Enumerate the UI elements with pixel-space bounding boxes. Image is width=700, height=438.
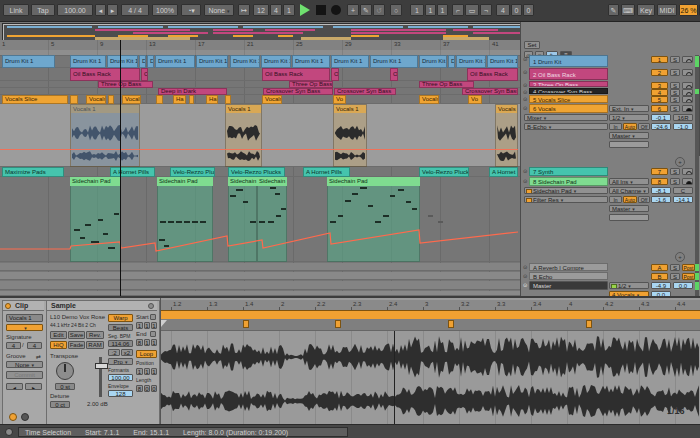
reenable-automation-button[interactable]: ↺: [373, 4, 385, 16]
monitor-in-button[interactable]: In: [609, 123, 622, 130]
device-chooser[interactable]: Sidechain Pad: [524, 187, 608, 194]
clip[interactable]: [108, 95, 114, 104]
quantize-amount-field[interactable]: 100%: [152, 4, 178, 16]
end-units[interactable]: 1: [151, 339, 157, 346]
monitor-off-button[interactable]: Off: [638, 196, 650, 203]
return-solo-button[interactable]: S: [670, 264, 680, 271]
track-unfold-icon[interactable]: ⊙: [523, 56, 527, 62]
volume-field[interactable]: -8.1: [651, 187, 671, 194]
track-unfold-icon[interactable]: ⊙: [523, 69, 527, 75]
length-beats[interactable]: 0: [144, 385, 150, 392]
return-activator[interactable]: B: [651, 273, 668, 280]
gain-slider-handle[interactable]: [95, 363, 108, 369]
clip-title-bar[interactable]: Vocals 1: [334, 105, 366, 113]
envelope-value[interactable]: 128: [108, 390, 133, 397]
clip[interactable]: Drum Kit 1: [292, 55, 330, 68]
seg-bpm-value[interactable]: 114.06: [108, 340, 133, 347]
envelope-box-toggle[interactable]: [9, 413, 17, 421]
sample-box-toggle[interactable]: [21, 413, 29, 421]
editor-insert-marker[interactable]: [394, 331, 395, 424]
length-bars[interactable]: 8: [136, 385, 143, 392]
clip[interactable]: Velo-Rezzo Plucks: [419, 167, 469, 177]
capture-midi-button[interactable]: ○: [390, 4, 402, 16]
clip[interactable]: Drum Kit 1: [2, 55, 55, 68]
stop-button[interactable]: [316, 5, 326, 15]
loop-start-units[interactable]: 1: [437, 4, 448, 16]
clip-color-chooser[interactable]: [6, 324, 43, 331]
detune-value[interactable]: 0 ct: [50, 401, 70, 408]
position-beats[interactable]: 1: [144, 368, 150, 375]
monitor-off-button[interactable]: Off: [638, 123, 650, 130]
clip[interactable]: Oil Bass Rack: [70, 68, 140, 81]
clip[interactable]: Oil Bass Rack: [467, 68, 518, 81]
automation-arm-button[interactable]: ✎: [360, 4, 372, 16]
track-unfold-icon[interactable]: ⊙: [523, 89, 527, 95]
clip[interactable]: Drum Kit 1: [230, 55, 260, 68]
clip[interactable]: [156, 95, 163, 104]
position-units[interactable]: 1: [151, 368, 157, 375]
warp-marker[interactable]: [448, 320, 454, 328]
track-activator[interactable]: 5: [651, 96, 668, 103]
link-button[interactable]: Link: [3, 4, 29, 16]
info-toggle-icon[interactable]: [5, 428, 13, 436]
arm-button[interactable]: [682, 69, 693, 76]
track-name-3[interactable]: 3 Three Op Bass: [529, 81, 608, 87]
collapse-panel-icon[interactable]: [148, 303, 154, 309]
solo-button[interactable]: S: [670, 105, 680, 112]
send-b-field[interactable]: -14.1: [673, 196, 693, 203]
clip[interactable]: Velo-Rezzo Plucks: [228, 167, 285, 177]
solo-button[interactable]: S: [670, 69, 680, 76]
clip[interactable]: Vocals: [419, 95, 439, 104]
length-units[interactable]: 0: [151, 385, 157, 392]
follow-button[interactable]: ↦: [238, 4, 250, 16]
arm-button[interactable]: [682, 89, 693, 96]
nudge-back-button[interactable]: ◂: [6, 383, 23, 390]
track-name-5[interactable]: 5 Vocals Slice: [529, 95, 608, 103]
master-volume-field[interactable]: -4.9: [651, 282, 671, 289]
end-beats[interactable]: 1: [144, 339, 150, 346]
clip[interactable]: Oi: [141, 68, 148, 81]
ram-button[interactable]: RAM: [86, 341, 104, 349]
double-tempo-button[interactable]: x2: [121, 349, 133, 356]
clip[interactable]: A Hornet Pills: [110, 167, 155, 177]
track-unfold-icon[interactable]: ⊙: [523, 105, 527, 111]
formants-value[interactable]: 100.00: [108, 374, 133, 381]
warp-marker[interactable]: [335, 320, 341, 328]
clip[interactable]: Drum Kit 1: [70, 55, 106, 68]
back-to-arrangement-button[interactable]: Set: [524, 41, 540, 49]
send-a-field[interactable]: -1.6: [651, 196, 671, 203]
start-set-button[interactable]: [150, 314, 156, 320]
half-tempo-button[interactable]: :2: [108, 349, 120, 356]
clip[interactable]: Vocals: [86, 95, 106, 104]
clip[interactable]: Vocals: [122, 95, 141, 104]
clip[interactable]: Crossover Syn Bass: [263, 88, 333, 95]
loop-length-bars[interactable]: 4: [496, 4, 510, 16]
record-button[interactable]: [331, 5, 341, 15]
master-unfold-icon[interactable]: ⊙: [523, 282, 527, 288]
add-automation-lane-button[interactable]: +: [675, 157, 685, 167]
clip[interactable]: Ha: [206, 95, 218, 104]
track-unfold-icon[interactable]: ⊙: [523, 96, 527, 102]
clip[interactable]: A Hornet Pills: [303, 167, 350, 177]
automation-param-chooser[interactable]: Filter Res: [524, 196, 608, 203]
solo-button[interactable]: S: [670, 168, 680, 175]
track-activator[interactable]: 4: [651, 89, 668, 96]
metronome-icon[interactable]: ◔▾: [181, 4, 201, 16]
clip[interactable]: Deep in Dark: [158, 88, 227, 95]
return-track-name[interactable]: B Echo: [529, 272, 608, 280]
arm-button[interactable]: [682, 105, 693, 112]
solo-button[interactable]: S: [670, 82, 680, 89]
audio-clip[interactable]: Vocals 1: [225, 104, 262, 167]
clip[interactable]: Velo-Rezzo Plucks: [170, 167, 215, 177]
warp-marker[interactable]: [243, 320, 249, 328]
pan-field[interactable]: 16R: [673, 114, 693, 121]
track-unfold-icon[interactable]: ⊙: [523, 168, 527, 174]
clip[interactable]: Drum Kit 1: [370, 55, 418, 68]
send-b-field[interactable]: -1.0: [673, 123, 693, 130]
clip[interactable]: Drum Kit 1: [261, 55, 291, 68]
gain-value[interactable]: 2.00 dB: [87, 401, 108, 407]
clip[interactable]: Three Op Bass: [98, 81, 153, 88]
punch-in-button[interactable]: ⌐: [452, 4, 464, 16]
edit-button[interactable]: Edit: [50, 331, 67, 339]
track-name-1[interactable]: 1 Drum Kit: [529, 55, 608, 67]
